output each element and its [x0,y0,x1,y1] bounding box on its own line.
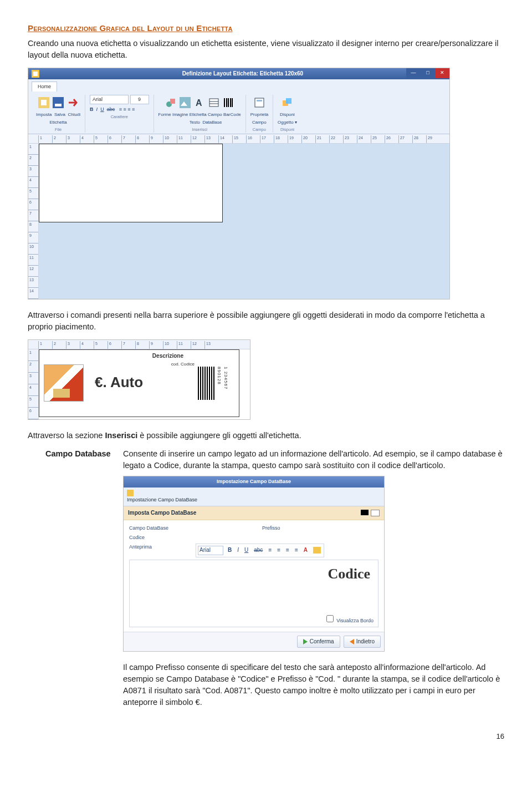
h-ruler-2: 12345678910111213 [28,340,250,349]
svg-rect-23 [127,490,134,496]
label-prefisso: Prefisso [262,525,312,532]
sample-label-page: Descrizione cod. Codice €. Auto 1 234567… [39,349,239,417]
dialog-title: Impostazione Campo DataBase [124,476,384,487]
underline-button[interactable]: U [100,106,104,112]
salva-icon[interactable] [53,97,64,108]
maximize-button[interactable]: □ [421,68,435,78]
align-right-button[interactable]: ≡ [285,546,290,555]
design-canvas[interactable]: 1234567891011121314 [28,144,449,299]
bold-button[interactable]: B [227,546,233,555]
imposta-icon[interactable] [38,97,49,108]
l-campo2: Campo [250,119,268,126]
indietro-label: Indietro [356,638,375,646]
preview-box: Codice Visualizza Bordo [129,560,378,627]
visualizza-bordo-checkbox[interactable] [326,615,334,622]
ribbon: Home Imposta Salva Chiudi Etichetta File… [28,79,449,134]
font-color-button[interactable]: A [303,546,309,555]
indietro-button[interactable]: Indietro [344,636,381,648]
label-page[interactable] [39,144,223,222]
italic-button[interactable]: I [96,106,98,112]
value-codice[interactable]: Codice [129,534,179,541]
align-justify-button[interactable]: ≡ [132,106,135,112]
ribbon-group-font: Arial 9 B I U abc ≡ ≡ ≡ ≡ Carattere [85,95,154,133]
dialog-icon [127,490,134,496]
checkbox-label: Visualizza Bordo [336,618,374,623]
group-insert-caption: Inserisci [158,127,241,133]
svg-rect-1 [33,72,38,76]
svg-rect-7 [170,99,175,104]
align-center-button[interactable]: ≡ [123,106,126,112]
conferma-button[interactable]: Conferma [297,636,340,648]
barcode-icon[interactable] [223,97,234,108]
italic-button[interactable]: I [236,546,240,555]
svg-rect-11 [209,99,218,106]
l-imagine: Imagine [172,112,188,117]
back-icon [350,639,354,644]
svg-rect-8 [180,97,191,108]
align-left-button[interactable]: ≡ [119,106,122,112]
align-left-button[interactable]: ≡ [267,546,273,555]
l-testo: Testo [190,120,200,125]
l-barcode: BarCode [223,112,241,117]
svg-rect-24 [313,547,321,554]
color-white-icon[interactable] [371,510,380,516]
strike-button[interactable]: abc [107,106,115,112]
ribbon-group-file: Imposta Salva Chiudi Etichetta File [32,95,85,133]
svg-rect-5 [55,104,62,106]
close-button[interactable]: ✕ [435,68,449,78]
l-campo: Campo [208,112,222,117]
svg-text:A: A [196,98,202,108]
imagine-icon[interactable] [180,97,191,108]
dialog-section-header: Imposta Campo DataBase [124,506,384,521]
tab-home[interactable]: Home [32,82,57,92]
v-ruler: 1234567891011121314 [28,144,39,299]
dlg-font-select[interactable]: Arial [198,546,223,555]
bold-button[interactable]: B [90,106,94,112]
paragraph-2: Attraverso i comandi presenti nella barr… [28,309,504,333]
dialog-section-label: Imposta Campo DataBase [128,509,196,517]
svg-rect-19 [255,98,264,107]
screenshot-sample-label: 12345678910111213 123456 Descrizione cod… [28,339,250,420]
def-text: Consente di inserire un campo legato ad … [123,448,504,471]
svg-rect-3 [41,100,47,105]
underline-button[interactable]: U [243,546,249,555]
align-center-button[interactable]: ≡ [276,546,282,555]
group-font-caption: Carattere [90,114,149,120]
forme-icon[interactable] [165,97,176,108]
dialog-sub-text: Impostazione Campo DataBase [127,497,197,502]
etichetta-testo-icon[interactable]: A [194,97,205,108]
h-ruler: 1234567891011121314151617181920212223242… [28,134,449,144]
sample-image-icon [44,364,84,402]
barcode-icon: 1 234567 890128 [198,367,229,400]
l-oggetto: Oggetto [278,120,293,125]
chiudi-icon[interactable] [67,97,78,108]
color-black-icon[interactable] [361,510,369,515]
paragraph-3: Attraverso la sezione Inserisci è possib… [28,430,504,441]
campo-db-icon[interactable] [208,97,219,108]
align-right-button[interactable]: ≡ [127,106,130,112]
proprieta-icon[interactable] [254,97,265,108]
group-disponi-caption: Disponi [278,127,297,133]
field-cod-codice: cod. Codice [171,361,195,368]
brush-icon [53,389,70,398]
fill-color-button[interactable] [312,547,322,554]
ribbon-group-disponi: Disponi Oggetto ▾ Disponi [273,95,301,133]
etichetta-label: Etichetta [36,119,80,126]
p3-bold: Inserisci [105,431,137,440]
l-proprieta: Proprietà [250,111,268,118]
salva-label: Salva [54,112,65,117]
page-number: 16 [28,732,504,742]
screenshot-designer: Definizione Layout Etichetta: Etichetta … [28,68,450,300]
font-size-select[interactable]: 9 [130,95,149,104]
definition-row: Campo Database Consente di inserire un c… [45,448,504,715]
svg-rect-20 [257,100,262,101]
minimize-button[interactable]: — [406,68,421,78]
font-name-select[interactable]: Arial [90,95,129,104]
strike-button[interactable]: abc [253,546,264,555]
l-db: DataBase [202,120,222,125]
paragraph-4: Il campo Prefisso consente di specificar… [123,662,504,708]
disponi-icon[interactable] [282,97,293,108]
section-heading: Personalizzazione Grafica del Layout di … [28,22,504,34]
align-justify-button[interactable]: ≡ [294,546,299,555]
svg-rect-22 [286,98,291,104]
